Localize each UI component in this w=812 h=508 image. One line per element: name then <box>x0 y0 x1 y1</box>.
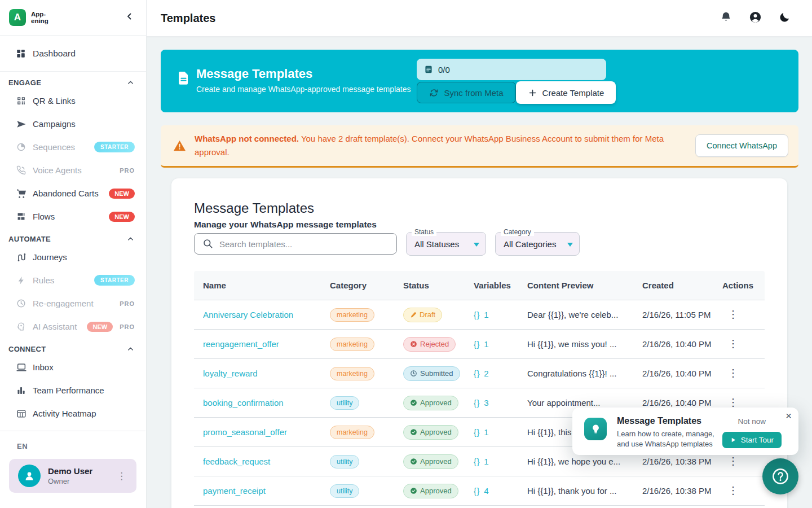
sidebar-item-journeys[interactable]: Journeys <box>0 246 146 269</box>
search-input[interactable] <box>194 233 397 255</box>
new-badge: NEW <box>87 322 113 332</box>
template-name-link[interactable]: reengagement_offer <box>203 339 279 349</box>
language-selector[interactable]: EN <box>0 431 145 450</box>
sidebar-item-re-engagement[interactable]: Re-engagementPRO <box>0 292 146 315</box>
category-badge: marketing <box>330 426 374 439</box>
sidebar-item-campaigns[interactable]: Campaigns <box>0 112 146 135</box>
user-name: Demo User <box>48 466 92 476</box>
sidebar-item-label: Flows <box>33 212 55 221</box>
heatmap-icon <box>16 409 27 419</box>
created-date: 2/16/26, 11:05 PM <box>642 310 722 319</box>
user-chip[interactable]: Demo User Owner ⋮ <box>9 459 136 493</box>
nav-group-header-connect[interactable]: CONNECT <box>0 338 146 356</box>
sidebar-item-activity-heatmap[interactable]: Activity Heatmap <box>0 402 146 425</box>
status-filter-label: Status <box>412 228 436 236</box>
chart-icon <box>16 386 27 395</box>
tour-dismiss-button[interactable]: Not now <box>736 416 769 427</box>
created-date: 2/16/26, 10:40 PM <box>642 369 722 378</box>
nav-group-header-automate[interactable]: AUTOMATE <box>0 228 146 246</box>
sidebar-item-rules[interactable]: RulesSTARTER <box>0 269 146 292</box>
person-icon <box>23 469 36 483</box>
table-row: reengagement_offermarketingRejected{}1Hi… <box>194 330 765 359</box>
play-icon <box>730 437 736 443</box>
start-tour-button[interactable]: Start Tour <box>722 432 782 448</box>
sidebar-item-flows[interactable]: FlowsNEW <box>0 205 146 228</box>
content-preview: Congratulations {{1}}! ... <box>527 369 642 378</box>
tour-description: Learn how to create, manage, and use Wha… <box>617 429 722 449</box>
check-circle-icon <box>410 458 417 465</box>
status-filter-select[interactable]: Status All Statuses <box>406 232 486 256</box>
cart-icon <box>16 189 27 199</box>
nav-group-header-engage[interactable]: ENGAGE <box>0 72 146 89</box>
panel-subtitle: Manage your WhatsApp message templates <box>194 220 765 230</box>
status-badge: Submitted <box>403 366 460 381</box>
table-row: payment_receiptutilityApproved{}4Hi {{1}… <box>194 476 765 506</box>
lightbulb-icon-badge <box>584 418 607 440</box>
row-actions-button[interactable]: ⋮ <box>722 457 744 466</box>
flows-icon <box>16 212 27 221</box>
content-preview: Dear {{1}}, we're celeb... <box>527 310 642 319</box>
starter-badge: STARTER <box>94 142 135 152</box>
row-actions-button[interactable]: ⋮ <box>722 310 744 319</box>
category-filter-select[interactable]: Category All Categories <box>495 232 580 256</box>
bolt-icon <box>16 276 27 285</box>
close-icon[interactable]: × <box>785 410 792 422</box>
new-badge: NEW <box>109 189 135 199</box>
created-date: 2/16/26, 10:40 PM <box>642 339 722 349</box>
hero-subtitle: Create and manage WhatsApp-approved mess… <box>196 85 411 94</box>
template-name-link[interactable]: feedback_request <box>203 457 270 466</box>
sidebar-item-sequences[interactable]: SequencesSTARTER <box>0 135 146 159</box>
content-preview: Hi {{1}}, we hope you e... <box>527 457 642 466</box>
app-logo: A <box>9 9 26 26</box>
column-header-status: Status <box>403 281 474 290</box>
pro-tag: PRO <box>120 323 135 330</box>
sequence-icon <box>16 142 27 152</box>
sidebar-item-label: Rules <box>33 275 54 285</box>
variables-count: {}1 <box>474 457 527 466</box>
clock-small-icon <box>410 370 417 377</box>
table-header-row: NameCategoryStatusVariablesContent Previ… <box>194 271 765 300</box>
user-menu-button[interactable]: ⋮ <box>112 468 131 484</box>
template-name-link[interactable]: payment_receipt <box>203 486 266 496</box>
category-badge: utility <box>330 396 359 410</box>
row-actions-button[interactable]: ⋮ <box>722 339 744 349</box>
row-actions-button[interactable]: ⋮ <box>722 398 744 408</box>
sidebar-collapse-button[interactable] <box>125 11 135 24</box>
search-icon <box>202 238 213 251</box>
sidebar-item-ai-assistant[interactable]: AI AssistantNEWPRO <box>0 315 146 338</box>
send-icon <box>16 119 27 129</box>
page-title: Templates <box>161 12 215 25</box>
row-actions-button[interactable]: ⋮ <box>722 486 744 496</box>
create-template-button[interactable]: Create Template <box>516 81 616 104</box>
top-bar: Templates <box>147 0 812 37</box>
qr-icon <box>16 96 27 106</box>
sidebar-item-inbox[interactable]: Inbox <box>0 356 146 379</box>
template-name-link[interactable]: booking_confirmation <box>203 398 284 408</box>
template-name-link[interactable]: loyalty_reward <box>203 369 258 378</box>
chevron-up-icon <box>126 235 135 243</box>
category-badge: utility <box>330 484 359 498</box>
sidebar-footer: EN Demo User Owner ⋮ <box>0 431 145 508</box>
column-header-content-preview: Content Preview <box>527 281 642 290</box>
braces-icon: {} <box>474 340 480 349</box>
sidebar-item-abandoned-carts[interactable]: Abandoned CartsNEW <box>0 182 146 205</box>
row-actions-button[interactable]: ⋮ <box>722 369 744 378</box>
dark-mode-toggle[interactable] <box>779 11 791 25</box>
sidebar-item-dashboard[interactable]: Dashboard <box>0 36 146 72</box>
template-name-link[interactable]: promo_seasonal_offer <box>203 427 287 437</box>
account-button[interactable] <box>749 11 762 26</box>
status-badge: Rejected <box>403 337 456 352</box>
template-name-link[interactable]: Anniversary Celebration <box>203 310 293 319</box>
warning-triangle-icon <box>173 139 186 152</box>
sidebar-item-team-performance[interactable]: Team Performance <box>0 379 146 402</box>
braces-icon: {} <box>474 369 480 378</box>
sidebar-item-qr-links[interactable]: QR & Links <box>0 89 146 112</box>
table-row: Anniversary CelebrationmarketingDraft{}1… <box>194 300 765 330</box>
help-button[interactable] <box>762 458 798 494</box>
notifications-button[interactable] <box>720 11 732 25</box>
sidebar-item-voice-agents[interactable]: Voice AgentsPRO <box>0 159 146 182</box>
connect-whatsapp-button[interactable]: Connect WhatsApp <box>695 134 788 157</box>
plus-icon <box>528 88 537 98</box>
variables-count: {}4 <box>474 486 527 496</box>
sync-from-meta-button[interactable]: Sync from Meta <box>417 82 516 103</box>
